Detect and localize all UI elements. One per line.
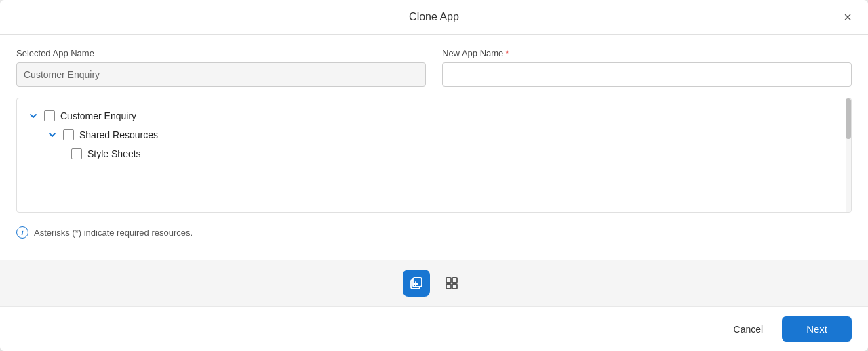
svg-rect-1 bbox=[413, 278, 422, 287]
tree-label-customer-enquiry: Customer Enquiry bbox=[60, 110, 136, 121]
checkbox-shared-resources[interactable] bbox=[63, 129, 74, 140]
svg-rect-4 bbox=[446, 284, 451, 289]
dialog-footer: Cancel Next bbox=[0, 306, 868, 351]
chevron-customer-enquiry[interactable] bbox=[28, 110, 39, 121]
svg-rect-2 bbox=[446, 278, 451, 283]
footer-note-text: Asterisks (*) indicate required resource… bbox=[34, 228, 193, 238]
tree-container: Customer Enquiry Shared Resources Style bbox=[16, 98, 852, 213]
scrollbar-track bbox=[846, 98, 851, 212]
cancel-button[interactable]: Cancel bbox=[723, 318, 774, 340]
tree-label-shared-resources: Shared Resources bbox=[79, 129, 158, 140]
tree-item-customer-enquiry: Customer Enquiry bbox=[28, 106, 840, 125]
dialog-title: Clone App bbox=[409, 11, 459, 23]
new-app-group: New App Name* bbox=[442, 48, 852, 87]
tree-item-shared-resources: Shared Resources bbox=[28, 125, 840, 144]
icon-bar bbox=[0, 260, 868, 306]
tree-label-style-sheets: Style Sheets bbox=[87, 148, 141, 159]
checkbox-style-sheets[interactable] bbox=[71, 148, 82, 159]
tree-item-style-sheets: Style Sheets bbox=[28, 144, 840, 163]
dialog-header: Clone App × bbox=[0, 0, 868, 35]
dialog-body: Selected App Name New App Name* bbox=[0, 35, 868, 260]
selected-app-input bbox=[16, 62, 426, 87]
svg-rect-3 bbox=[452, 278, 457, 283]
clone-app-dialog: Clone App × Selected App Name New App Na… bbox=[0, 0, 868, 351]
tree-content: Customer Enquiry Shared Resources Style bbox=[17, 98, 851, 171]
info-icon: i bbox=[16, 226, 28, 239]
svg-rect-5 bbox=[452, 284, 457, 289]
new-app-label: New App Name* bbox=[442, 48, 852, 58]
close-button[interactable]: × bbox=[841, 7, 854, 26]
footer-note: i Asterisks (*) indicate required resour… bbox=[16, 220, 852, 247]
clone-icon-button[interactable] bbox=[403, 270, 430, 297]
selected-app-label: Selected App Name bbox=[16, 48, 426, 58]
required-star: * bbox=[505, 48, 509, 58]
form-row: Selected App Name New App Name* bbox=[16, 48, 852, 87]
scrollbar-thumb[interactable] bbox=[846, 98, 851, 139]
selected-app-group: Selected App Name bbox=[16, 48, 426, 87]
chevron-shared-resources[interactable] bbox=[47, 129, 58, 140]
new-app-input[interactable] bbox=[442, 62, 852, 87]
grid-icon-button[interactable] bbox=[438, 270, 465, 297]
next-button[interactable]: Next bbox=[782, 316, 852, 342]
checkbox-customer-enquiry[interactable] bbox=[44, 110, 55, 121]
